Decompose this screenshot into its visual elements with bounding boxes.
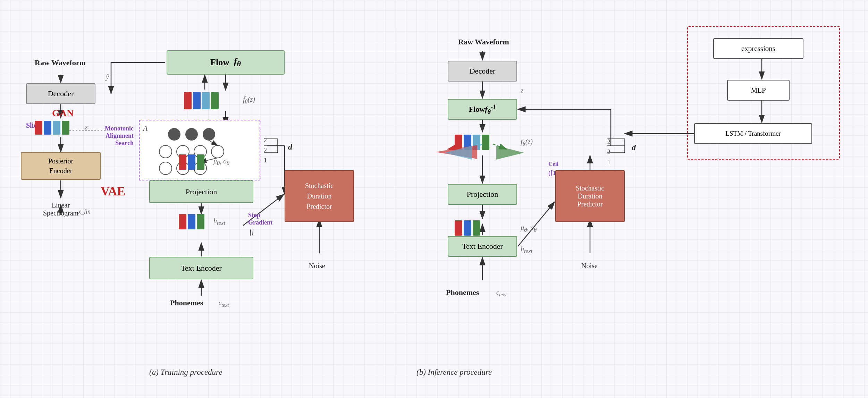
diagram: Raw Waveform ŷ Decoder GAN Slice z Poste… bbox=[0, 0, 868, 398]
training-text-encoder-box: Text Encoder bbox=[149, 257, 253, 279]
inference-projection-box: Projection bbox=[448, 184, 517, 205]
inference-sdp-box: StochasticDurationPredictor bbox=[555, 170, 625, 222]
training-d-bracket: 221 bbox=[264, 135, 267, 165]
training-y-hat: ŷ bbox=[106, 73, 109, 81]
training-alignment-box: A bbox=[139, 120, 260, 180]
inference-noise-label: Noise bbox=[581, 262, 598, 270]
inference-decoder-box: Decoder bbox=[448, 61, 517, 82]
inference-flow-box: Flow fθ-1 bbox=[448, 99, 517, 120]
training-noise-label: Noise bbox=[309, 262, 325, 270]
training-mas-label: MonotonicAlignmentSearch bbox=[75, 125, 134, 147]
training-stop-gradient-symbol: // bbox=[248, 227, 255, 238]
inference-text-encoder-box: Text Encoder bbox=[448, 236, 517, 257]
training-htext-label: htext bbox=[213, 217, 225, 227]
inference-d-label: d bbox=[632, 143, 636, 152]
svg-marker-63 bbox=[496, 146, 524, 160]
training-z-blocks bbox=[35, 121, 69, 135]
training-x-lin: x_lin bbox=[78, 208, 91, 215]
inference-ctext-label: ctext bbox=[496, 289, 507, 298]
training-decoder-box: Decoder bbox=[26, 83, 95, 104]
inference-cyan-arrow bbox=[444, 144, 472, 163]
svg-point-51 bbox=[203, 128, 215, 141]
training-ftheta-blocks bbox=[184, 92, 219, 109]
training-musigma-label: μθ, σθ bbox=[213, 157, 229, 167]
training-phonemes-label: Phonemes bbox=[170, 298, 203, 307]
svg-point-49 bbox=[168, 128, 180, 141]
inference-d-bracket-values: 221 bbox=[607, 137, 610, 167]
section-divider bbox=[396, 28, 396, 375]
svg-point-52 bbox=[159, 145, 172, 158]
training-musigma-blocks bbox=[179, 154, 204, 170]
training-raw-waveform: Raw Waveform bbox=[35, 58, 86, 67]
inference-expressions-box: expressions bbox=[713, 38, 803, 59]
training-htext-blocks bbox=[179, 214, 204, 229]
svg-marker-62 bbox=[444, 146, 472, 160]
inference-caption: (b) Inference procedure bbox=[416, 368, 492, 377]
training-posterior-encoder: PosteriorEncoder bbox=[21, 152, 101, 180]
inference-htext-label: htext bbox=[521, 245, 532, 255]
training-caption: (a) Training procedure bbox=[149, 368, 222, 377]
svg-point-55 bbox=[211, 145, 224, 158]
inference-musigma-blocks bbox=[455, 220, 480, 236]
training-stop-gradient-label: StopGradient bbox=[248, 212, 272, 226]
training-flow-box: Flow fθ bbox=[167, 50, 285, 75]
inference-z-label: z bbox=[521, 87, 523, 95]
training-vae-label: VAE bbox=[101, 184, 125, 198]
inference-phonemes-label: Phonemes bbox=[446, 288, 479, 297]
training-projection-box: Projection bbox=[149, 180, 253, 203]
svg-point-50 bbox=[185, 128, 198, 141]
inference-lstm-box: LSTM / Transformer bbox=[694, 123, 812, 144]
svg-point-56 bbox=[159, 162, 172, 175]
inference-green-arrow bbox=[496, 144, 524, 163]
training-sdp-box: StochasticDurationPredictor bbox=[285, 170, 354, 222]
inference-mlp-box: MLP bbox=[727, 80, 790, 101]
training-ftheta-z-label: fθ(z) bbox=[243, 95, 255, 105]
inference-raw-waveform: Raw Waveform bbox=[458, 37, 509, 46]
svg-line-59 bbox=[209, 141, 218, 145]
training-ctext-label: ctext bbox=[219, 299, 229, 308]
training-d-label: d bbox=[288, 142, 292, 152]
inference-musigma-label: μθ, σθ bbox=[521, 224, 537, 234]
training-gan-label: GAN bbox=[52, 108, 74, 119]
